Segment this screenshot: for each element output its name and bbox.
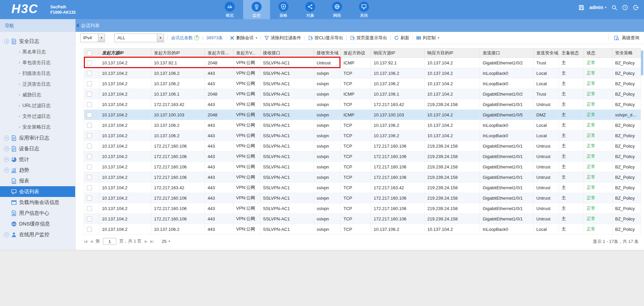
collapse-sidebar-button[interactable]	[76, 23, 79, 28]
top-nav-item-object[interactable]: 对象	[297, 0, 324, 19]
column-header[interactable]: 接收安全域	[314, 49, 341, 58]
row-checkbox[interactable]	[87, 196, 92, 201]
sidebar-item-app-audit-log[interactable]: »应用审计日志	[0, 133, 75, 143]
row-checkbox[interactable]	[87, 112, 92, 117]
session-filter-select[interactable]: ALL ▼	[114, 34, 164, 42]
row-checkbox[interactable]	[87, 206, 92, 211]
row-checkbox[interactable]	[87, 102, 92, 107]
column-header[interactable]: 接收接口	[260, 49, 314, 58]
expand-icon[interactable]: »	[4, 146, 9, 151]
column-header[interactable]: 响应方源IP	[371, 49, 425, 58]
table-row[interactable]: 10.137.104.2172.217.163.42443VPN:公网SSLVP…	[84, 99, 641, 110]
table-row[interactable]: 10.137.104.2172.217.160.106443VPN:公网SSLV…	[84, 214, 641, 224]
ip-version-select[interactable]: IPv4 ▼	[80, 34, 105, 42]
last-page-icon[interactable]: ▶|	[150, 239, 153, 244]
table-row[interactable]: 10.137.104.2172.217.160.106443VPN:公网SSLV…	[84, 151, 641, 162]
sidebar-item-blacklist-log[interactable]: ·黑名单日志	[0, 47, 75, 57]
top-nav-item-policy[interactable]: 策略	[270, 0, 297, 19]
row-checkbox[interactable]	[87, 60, 92, 65]
row-checkbox[interactable]	[87, 185, 92, 190]
column-header[interactable]: 发送安全域	[534, 49, 559, 58]
table-row[interactable]: 10.137.104.210.137.106.2443VPN:公网SSLVPN-…	[84, 79, 641, 89]
table-row[interactable]: 10.137.104.2172.217.160.106443VPN:公网SSLV…	[84, 203, 641, 214]
row-checkbox[interactable]	[87, 216, 92, 221]
sidebar-item-url-filter-log[interactable]: ·URL过滤日志	[0, 100, 75, 111]
table-row[interactable]: 10.137.104.2172.217.160.106443VPN:公网SSLV…	[84, 162, 641, 172]
logout-icon[interactable]	[633, 5, 639, 10]
column-header[interactable]: 发起方协议	[341, 49, 371, 58]
first-page-icon[interactable]: |◀	[84, 239, 87, 244]
column-header[interactable]: 响应方目的IP	[425, 49, 480, 58]
column-header[interactable]: 发起方V...	[233, 49, 260, 58]
sidebar-item-threat-log[interactable]: ·威胁日志	[0, 90, 75, 100]
help-circle-icon[interactable]: ?	[194, 35, 199, 40]
sidebar-item-dns-cache-info[interactable]: DNSDNS缓存信息	[0, 218, 75, 229]
sidebar-item-online-user-monitor[interactable]: »在线用户监控	[0, 229, 75, 240]
sidebar-item-device-log[interactable]: »设备日志	[0, 143, 75, 154]
select-all-checkbox[interactable]	[87, 51, 92, 56]
sidebar-item-single-packet-attack-log[interactable]: ·单包攻击日志	[0, 57, 75, 68]
column-header[interactable]: 发起方目的IP	[151, 49, 205, 58]
table-row[interactable]: 10.137.104.210.137.106.2443VPN:公网SSLVPN-…	[84, 68, 641, 79]
sidebar-item-security-log[interactable]: »安全日志	[0, 36, 75, 47]
top-nav-item-overview[interactable]: 概览	[216, 0, 243, 19]
sidebar-item-trend[interactable]: »趋势	[0, 165, 75, 175]
expand-icon[interactable]: »	[4, 136, 9, 141]
table-row[interactable]: 10.137.104.210.137.100.1032048VPN:公网SSLV…	[84, 110, 641, 120]
sidebar-item-report[interactable]: 报表	[0, 175, 75, 186]
row-checkbox[interactable]	[87, 164, 92, 169]
next-page-icon[interactable]: ▶	[145, 239, 147, 244]
column-header[interactable]: 发起方源IP	[99, 49, 151, 58]
export-cli-button[interactable]: 按CLI显示导出	[308, 35, 343, 41]
table-row[interactable]: 10.137.104.210.137.92.12048VPN:公网SSLVPN-…	[84, 58, 641, 68]
column-header[interactable]: 状态	[584, 49, 612, 58]
table-row[interactable]: 10.137.104.210.137.106.2443VPN:公网SSLVPN-…	[84, 120, 641, 131]
table-row[interactable]: 10.137.104.2172.217.163.42443VPN:公网SSLVP…	[84, 183, 641, 193]
row-checkbox[interactable]	[87, 175, 92, 180]
sidebar-item-flood-attack-log[interactable]: ·泛洪攻击日志	[0, 79, 75, 90]
sidebar-item-lb-session-info[interactable]: 负载均衡会话信息	[0, 197, 75, 208]
table-row[interactable]: 10.137.104.2172.217.160.106443VPN:公网SSLV…	[84, 172, 641, 183]
prev-page-icon[interactable]: ◀	[90, 239, 92, 244]
table-row[interactable]: 10.137.104.210.137.106.12048VPN:公网SSLVPN…	[84, 89, 641, 99]
export-page-button[interactable]: 按页面显示导出	[350, 35, 387, 41]
row-checkbox[interactable]	[87, 81, 92, 86]
search-icon[interactable]	[611, 5, 617, 10]
page-size-select[interactable]: 25 ▾	[162, 239, 170, 244]
sidebar-item-security-policy-log[interactable]: ·安全策略日志	[0, 122, 75, 133]
save-config-icon[interactable]	[579, 5, 584, 10]
expand-icon[interactable]: »	[4, 157, 9, 162]
row-checkbox[interactable]	[87, 144, 92, 149]
expand-icon[interactable]: »	[4, 168, 9, 173]
delete-session-button[interactable]: 删除会话▾	[230, 35, 257, 41]
table-row[interactable]: 10.137.104.210.137.106.2443VPN:公网SSLVPN-…	[84, 224, 641, 235]
page-number-input[interactable]	[103, 238, 116, 245]
sidebar-item-user-info-center[interactable]: 用户信息中心	[0, 208, 75, 218]
sidebar-item-scan-attack-log[interactable]: ·扫描攻击日志	[0, 68, 75, 79]
table-row[interactable]: 10.137.104.2172.217.160.106443VPN:公网SSLV…	[84, 193, 641, 203]
advanced-query-button[interactable]: 高级查询	[608, 32, 639, 44]
column-customize-button[interactable]: 列定制▾	[416, 35, 439, 41]
vertical-scrollbar[interactable]	[641, 50, 643, 75]
row-checkbox[interactable]	[87, 227, 92, 232]
top-nav-item-network[interactable]: 网络	[324, 0, 351, 19]
table-row[interactable]: 10.137.104.2172.217.160.106443VPN:公网SSLV…	[84, 141, 641, 151]
column-header[interactable]: 安全策略	[612, 49, 641, 58]
column-header[interactable]: 主备状态	[559, 49, 584, 58]
expand-icon[interactable]: »	[4, 232, 9, 237]
refresh-button[interactable]: 刷新	[394, 35, 409, 41]
column-header[interactable]: 发送接口	[480, 49, 534, 58]
sidebar-item-statistics[interactable]: »统计	[0, 154, 75, 165]
tab-session-list[interactable]: 会话列表	[81, 23, 100, 28]
top-nav-item-monitor[interactable]: 监控	[243, 0, 270, 19]
table-row[interactable]: 10.137.104.210.137.106.2443VPN:公网SSLVPN-…	[84, 131, 641, 141]
clear-column-filter-button[interactable]: 清除列过滤条件	[264, 35, 301, 41]
sidebar-item-session-list[interactable]: 会话列表	[0, 186, 75, 197]
help-icon[interactable]: ?	[622, 5, 628, 10]
row-checkbox[interactable]	[87, 71, 92, 76]
row-checkbox[interactable]	[87, 133, 92, 138]
collapse-icon[interactable]: »	[4, 39, 9, 44]
top-nav-item-system[interactable]: 系统	[351, 0, 377, 19]
row-checkbox[interactable]	[87, 92, 92, 97]
user-menu[interactable]: admin ▾	[589, 5, 606, 10]
